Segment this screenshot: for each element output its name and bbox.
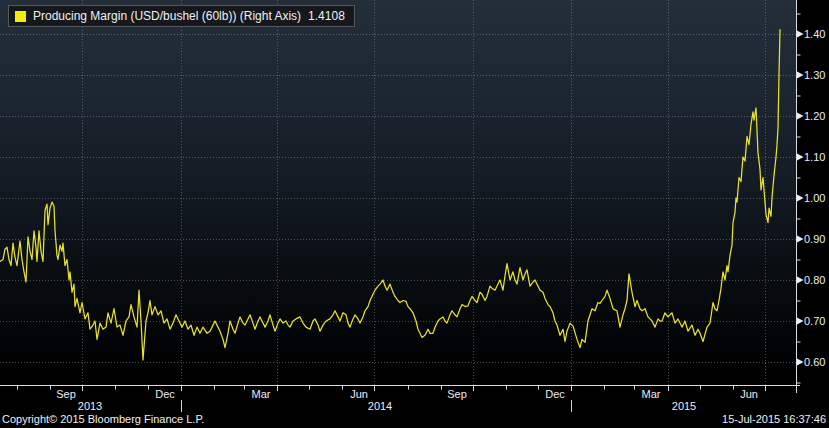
year-separator <box>571 400 572 412</box>
x-axis-month-label: Jun <box>350 388 368 400</box>
y-tick-arrow-icon <box>797 195 804 202</box>
x-axis-month-label: Mar <box>252 388 271 400</box>
legend[interactable]: Producing Margin (USD/bushel (60lb)) (Ri… <box>8 5 355 27</box>
copyright-text: Copyright© 2015 Bloomberg Finance L.P. <box>2 413 204 425</box>
x-axis-month-label: Dec <box>155 388 175 400</box>
y-tick-arrow-icon <box>797 277 804 284</box>
y-axis-label: 1.40 <box>804 28 825 40</box>
series-current-value: 1.4108 <box>308 9 345 23</box>
series-label: Producing Margin (USD/bushel (60lb)) (Ri… <box>33 9 301 23</box>
y-axis-label: 1.00 <box>804 192 825 204</box>
y-tick-arrow-icon <box>797 154 804 161</box>
y-tick-arrow-icon <box>797 236 804 243</box>
year-separator <box>181 400 182 412</box>
chart-canvas[interactable] <box>0 0 829 428</box>
bloomberg-chart-window: Producing Margin (USD/bushel (60lb)) (Ri… <box>0 0 829 428</box>
y-axis-label: 0.80 <box>804 274 825 286</box>
x-axis-month-label: Sep <box>447 388 467 400</box>
plot-background <box>0 0 796 385</box>
timestamp-text: 15-Jul-2015 16:37:46 <box>722 413 826 425</box>
x-axis-month-label: Mar <box>642 388 661 400</box>
y-tick-arrow-icon <box>797 31 804 38</box>
y-axis-label: 1.30 <box>804 69 825 81</box>
y-tick-arrow-icon <box>797 359 804 366</box>
y-axis-label: 0.90 <box>804 233 825 245</box>
y-tick-arrow-icon <box>797 72 804 79</box>
y-axis-label: 1.10 <box>804 151 825 163</box>
x-axis-year-label: 2013 <box>78 400 102 412</box>
y-axis-label: 0.60 <box>804 356 825 368</box>
x-axis-year-label: 2015 <box>672 400 696 412</box>
y-axis-label: 1.20 <box>804 110 825 122</box>
x-axis-year-label: 2014 <box>368 400 392 412</box>
y-axis-label: 0.70 <box>804 315 825 327</box>
x-axis-month-label: Jun <box>740 388 758 400</box>
x-axis-month-label: Dec <box>545 388 565 400</box>
y-tick-arrow-icon <box>797 113 804 120</box>
x-axis-month-label: Sep <box>56 388 76 400</box>
y-tick-arrow-icon <box>797 318 804 325</box>
series-swatch-icon <box>15 11 26 22</box>
